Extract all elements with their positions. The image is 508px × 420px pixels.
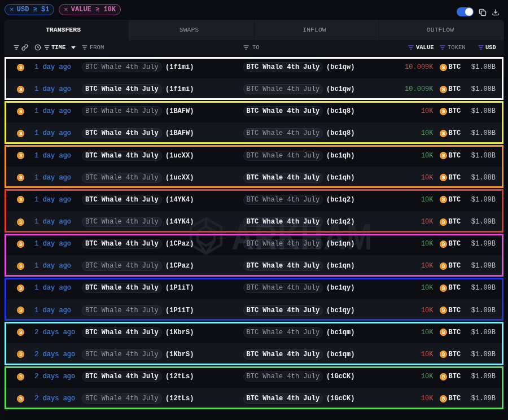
svg-text:₿: ₿ (441, 374, 445, 379)
svg-text:₿: ₿ (19, 264, 22, 269)
svg-text:₿: ₿ (441, 242, 445, 247)
svg-text:₿: ₿ (441, 352, 445, 357)
svg-text:₿: ₿ (19, 220, 22, 225)
svg-text:₿: ₿ (441, 264, 445, 269)
svg-text:₿: ₿ (441, 109, 445, 114)
svg-text:₿: ₿ (441, 87, 445, 92)
svg-text:₿: ₿ (441, 286, 445, 291)
svg-text:₿: ₿ (441, 131, 445, 136)
svg-text:₿: ₿ (19, 197, 22, 202)
svg-text:₿: ₿ (19, 352, 22, 357)
svg-text:₿: ₿ (441, 197, 445, 202)
svg-text:₿: ₿ (19, 131, 22, 136)
svg-text:₿: ₿ (19, 175, 22, 180)
svg-text:₿: ₿ (19, 109, 22, 114)
svg-text:₿: ₿ (19, 396, 22, 401)
svg-text:₿: ₿ (19, 242, 22, 247)
svg-text:₿: ₿ (441, 153, 445, 158)
svg-text:₿: ₿ (19, 286, 22, 291)
svg-text:₿: ₿ (19, 374, 22, 379)
svg-text:₿: ₿ (19, 153, 22, 158)
svg-text:₿: ₿ (19, 65, 22, 70)
svg-text:₿: ₿ (441, 308, 445, 313)
svg-text:₿: ₿ (441, 396, 445, 401)
svg-text:₿: ₿ (19, 330, 22, 335)
svg-text:₿: ₿ (441, 330, 445, 335)
svg-text:₿: ₿ (441, 220, 445, 225)
svg-text:₿: ₿ (19, 87, 22, 92)
svg-text:₿: ₿ (441, 175, 445, 180)
svg-text:₿: ₿ (441, 65, 445, 70)
svg-text:₿: ₿ (19, 308, 22, 313)
